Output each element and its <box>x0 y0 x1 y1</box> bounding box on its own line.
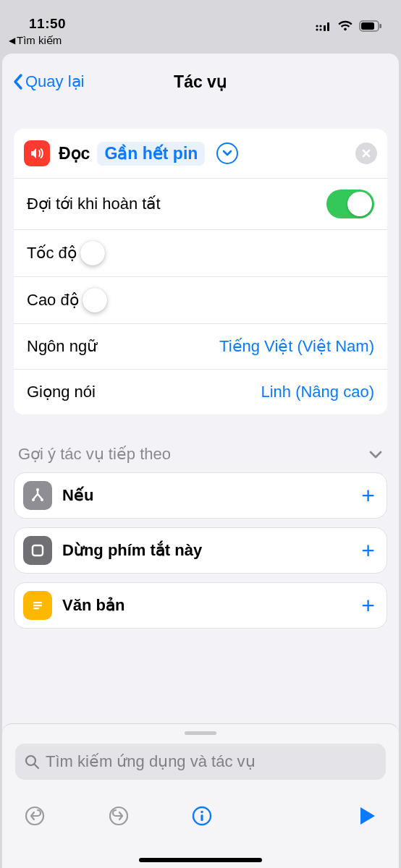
back-button[interactable]: Quay lại <box>12 72 84 91</box>
play-icon <box>358 805 377 827</box>
info-button[interactable] <box>191 805 213 827</box>
svg-point-10 <box>32 498 35 501</box>
svg-point-1 <box>319 28 321 30</box>
stop-icon <box>23 536 52 565</box>
page-title: Tác vụ <box>174 72 227 92</box>
row-voice[interactable]: Giọng nói Linh (Nâng cao) <box>14 370 387 414</box>
status-indicators <box>316 20 382 32</box>
expand-parameters-button[interactable] <box>216 142 238 164</box>
svg-rect-12 <box>33 545 43 556</box>
svg-rect-5 <box>327 22 329 31</box>
wait-label: Đợi tới khi hoàn tất <box>27 195 161 213</box>
suggestion-label: Nếu <box>62 486 93 505</box>
back-button-label: Quay lại <box>25 72 84 91</box>
suggestions-header[interactable]: Gợi ý tác vụ tiếp theo <box>18 445 383 464</box>
search-icon <box>24 754 40 770</box>
undo-icon <box>24 805 46 827</box>
battery-icon <box>359 20 382 32</box>
voice-value: Linh (Nâng cao) <box>261 383 374 401</box>
suggestion-label: Văn bản <box>62 596 124 615</box>
home-indicator[interactable] <box>139 858 262 862</box>
svg-rect-14 <box>33 605 42 606</box>
row-pitch: Cao độ <box>14 277 387 323</box>
search-placeholder: Tìm kiếm ứng dụng và tác vụ <box>46 752 256 771</box>
sheet-grabber[interactable] <box>185 731 216 735</box>
svg-point-16 <box>26 756 35 765</box>
suggestion-item[interactable]: Nếu+ <box>14 472 387 519</box>
undo-button[interactable] <box>24 805 46 827</box>
text-icon <box>23 591 52 620</box>
chevron-down-icon <box>222 150 232 157</box>
row-wait-until-finished: Đợi tới khi hoàn tất <box>14 179 387 229</box>
language-label: Ngôn ngữ <box>27 337 97 356</box>
chevron-down-icon <box>368 449 383 459</box>
add-suggestion-button[interactable]: + <box>361 537 375 564</box>
svg-point-0 <box>316 28 318 30</box>
return-to-search-label: Tìm kiếm <box>17 34 62 47</box>
svg-rect-8 <box>380 24 382 28</box>
x-icon <box>361 148 371 158</box>
clear-action-button[interactable] <box>355 142 377 164</box>
svg-rect-4 <box>324 25 326 31</box>
action-header: Đọc Gần hết pin <box>14 129 387 178</box>
branch-icon <box>23 481 52 510</box>
variable-token[interactable]: Gần hết pin <box>97 142 205 166</box>
suggestions-list: Nếu+Dừng phím tắt này+Văn bản+ <box>14 472 387 629</box>
return-to-search[interactable]: ◀ Tìm kiếm <box>0 33 401 48</box>
svg-rect-21 <box>200 814 203 821</box>
redo-button[interactable] <box>108 805 130 827</box>
row-speed: Tốc độ <box>14 230 387 276</box>
add-suggestion-button[interactable]: + <box>361 482 375 509</box>
voice-label: Giọng nói <box>27 383 96 401</box>
redo-icon <box>108 805 130 827</box>
svg-point-11 <box>41 498 43 501</box>
speed-label: Tốc độ <box>27 244 77 263</box>
chevron-left-icon <box>12 73 24 90</box>
language-value: Tiếng Việt (Việt Nam) <box>219 337 374 356</box>
action-card: Đọc Gần hết pin Đợi tới khi hoàn tất <box>14 129 387 414</box>
svg-point-2 <box>316 25 318 27</box>
nav-header: Quay lại Tác vụ <box>2 64 399 100</box>
status-bar: 11:50 <box>0 0 401 33</box>
svg-point-20 <box>200 811 203 814</box>
status-time: 11:50 <box>29 16 66 32</box>
bottom-sheet: Tìm kiếm ứng dụng và tác vụ <box>2 723 399 868</box>
suggestions-title: Gợi ý tác vụ tiếp theo <box>18 445 171 464</box>
svg-rect-13 <box>33 602 42 603</box>
speak-icon <box>24 140 50 166</box>
row-language[interactable]: Ngôn ngữ Tiếng Việt (Việt Nam) <box>14 324 387 369</box>
suggestion-label: Dừng phím tắt này <box>62 541 202 560</box>
search-input[interactable]: Tìm kiếm ứng dụng và tác vụ <box>15 744 386 780</box>
suggestion-item[interactable]: Dừng phím tắt này+ <box>14 527 387 574</box>
info-icon <box>191 805 213 827</box>
pitch-label: Cao độ <box>27 291 79 310</box>
wait-toggle[interactable] <box>326 190 374 218</box>
svg-point-9 <box>36 488 39 491</box>
run-button[interactable] <box>358 805 377 827</box>
action-verb: Đọc <box>59 144 90 163</box>
wifi-icon <box>337 20 353 32</box>
svg-rect-7 <box>361 22 374 30</box>
cellular-icon <box>316 21 332 31</box>
editor-toolbar <box>2 796 399 836</box>
add-suggestion-button[interactable]: + <box>361 592 375 619</box>
suggestion-item[interactable]: Văn bản+ <box>14 582 387 629</box>
svg-rect-15 <box>33 608 39 609</box>
svg-point-3 <box>319 25 321 27</box>
back-triangle-icon: ◀ <box>9 35 15 46</box>
